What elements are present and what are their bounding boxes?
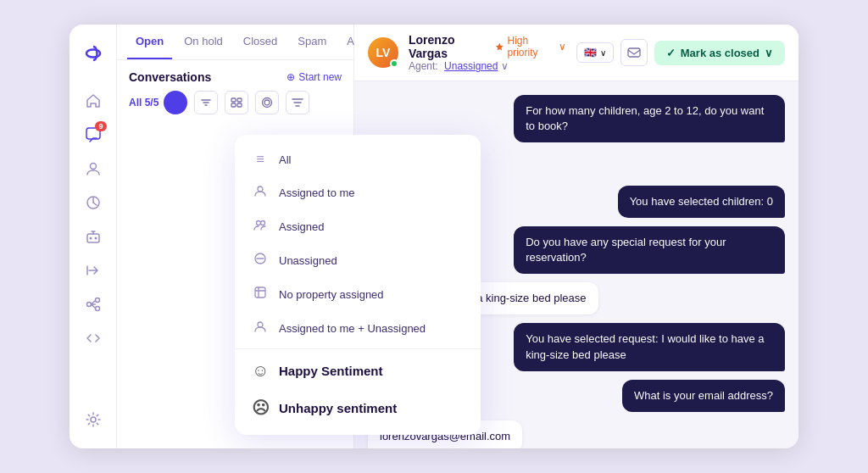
dropdown-item-happy-label: Happy Sentiment (279, 364, 383, 378)
bot-icon[interactable] (78, 221, 108, 252)
svg-point-21 (258, 322, 263, 327)
dropdown-item-assigned-unassigned[interactable]: Assigned to me + Unassigned (235, 311, 481, 345)
chat-header: LV Lorenzo Vargas High priority ∨ Agent: (354, 25, 798, 81)
svg-rect-22 (628, 48, 640, 57)
svg-point-16 (258, 186, 263, 192)
start-new-label: Start new (298, 71, 342, 83)
tab-on-hold[interactable]: On hold (175, 25, 231, 59)
flag-icon: 🇬🇧 (584, 47, 597, 58)
header-actions: 🇬🇧 ∨ ✓ Mark as closed ∨ (576, 39, 785, 66)
dropdown-item-assigned-me-label: Assigned to me (279, 186, 355, 199)
dropdown-item-assigned-unassigned-label: Assigned to me + Unassigned (279, 322, 426, 335)
priority-chevron-icon: ∨ (559, 41, 566, 53)
agent-chevron-icon: ∨ (501, 60, 509, 72)
agent-value[interactable]: Unassigned (444, 60, 498, 72)
mark-closed-label: Mark as closed (681, 47, 760, 59)
happy-icon: ☺ (252, 361, 269, 381)
svg-rect-3 (87, 234, 99, 242)
settings-icon[interactable] (78, 404, 108, 435)
svg-point-15 (263, 98, 272, 108)
dropdown-item-assigned[interactable]: Assigned (235, 209, 481, 243)
svg-point-7 (95, 298, 99, 303)
message-6: You have selected request: I would like … (514, 323, 785, 370)
dropdown-item-all-label: All (279, 153, 291, 166)
chat-icon[interactable]: 9 (78, 120, 108, 150)
contacts-icon[interactable] (78, 153, 108, 184)
dropdown-item-unhappy[interactable]: ☹ Unhappy sentiment (235, 389, 481, 426)
assigned-me-icon (252, 184, 269, 201)
tab-closed[interactable]: Closed (235, 25, 286, 59)
tab-open[interactable]: Open (127, 25, 172, 59)
dropdown-item-unhappy-label: Unhappy sentiment (279, 401, 397, 415)
home-icon[interactable] (78, 86, 108, 116)
filter-button[interactable] (286, 91, 309, 114)
dropdown-item-all[interactable]: ≡ All (235, 143, 481, 175)
checkmark-icon: ✓ (666, 47, 676, 59)
svg-point-5 (94, 237, 97, 240)
chat-header-info: Lorenzo Vargas High priority ∨ Agent: Un… (409, 33, 566, 72)
conversations-header: Conversations ⊕ Start new (117, 60, 353, 91)
chat-badge: 9 (95, 121, 106, 131)
dropdown-item-unassigned[interactable]: Unassigned (235, 243, 481, 277)
sidebar: 9 (70, 25, 117, 448)
broadcast-icon[interactable] (78, 255, 108, 286)
svg-rect-13 (237, 103, 242, 107)
message-7: What is your email address? (622, 380, 785, 412)
svg-point-9 (91, 417, 96, 422)
tabs-bar: Open On hold Closed Spam All (117, 25, 353, 60)
message-4: Do you have any special request for your… (514, 226, 785, 274)
all-count-badge[interactable]: All 5/5 (129, 91, 187, 114)
agent-label: Agent: (409, 60, 438, 72)
mark-closed-chevron-icon: ∨ (765, 47, 773, 59)
dropdown-item-no-property-label: No property assigned (279, 288, 384, 301)
svg-rect-11 (237, 98, 242, 102)
active-filter-indicator (164, 91, 187, 114)
unassigned-icon (252, 252, 269, 269)
dropdown-item-happy[interactable]: ☺ Happy Sentiment (235, 353, 481, 389)
svg-rect-20 (255, 287, 265, 298)
filter-dropdown: ≡ All Assigned to me Assigned (235, 135, 481, 435)
svg-point-18 (261, 221, 265, 225)
reports-icon[interactable] (78, 187, 108, 218)
dropdown-item-no-property[interactable]: No property assigned (235, 277, 481, 311)
svg-point-17 (257, 221, 261, 225)
assigned-unassigned-icon (252, 320, 269, 337)
sort-button[interactable] (194, 91, 218, 114)
assigned-icon (252, 218, 269, 235)
svg-rect-10 (231, 98, 236, 102)
message-1: For how many children, age 2 to 12, do y… (514, 95, 785, 142)
plus-icon: ⊕ (287, 71, 295, 83)
tab-spam[interactable]: Spam (289, 25, 335, 59)
lang-chevron-icon: ∨ (600, 48, 606, 58)
logo[interactable] (78, 38, 108, 69)
all-count-label: All 5/5 (129, 97, 159, 109)
svg-rect-12 (231, 103, 236, 107)
language-selector[interactable]: 🇬🇧 ∨ (576, 42, 614, 63)
unhappy-icon: ☹ (252, 398, 269, 418)
integrations-icon[interactable] (78, 289, 108, 320)
message-3: You have selected children: 0 (618, 186, 785, 218)
mark-as-closed-button[interactable]: ✓ Mark as closed ∨ (654, 41, 785, 65)
priority-badge[interactable]: High priority ∨ (495, 35, 566, 58)
svg-point-1 (90, 164, 96, 170)
avatar-wrap: LV (368, 37, 398, 68)
no-property-icon (252, 286, 269, 303)
app-container: 9 (70, 25, 798, 448)
svg-point-8 (95, 307, 99, 311)
dropdown-item-unassigned-label: Unassigned (279, 254, 337, 267)
dropdown-item-assigned-label: Assigned (279, 220, 324, 233)
view-toggle-button[interactable] (255, 91, 279, 114)
code-icon[interactable] (78, 323, 108, 353)
filter-bar: All 5/5 (117, 91, 353, 121)
group-button[interactable] (225, 91, 248, 114)
dropdown-item-assigned-me[interactable]: Assigned to me (235, 175, 481, 209)
svg-point-14 (264, 100, 270, 105)
svg-point-4 (89, 237, 92, 240)
contact-name: Lorenzo Vargas (409, 33, 488, 60)
start-new-button[interactable]: ⊕ Start new (287, 71, 342, 83)
online-indicator (390, 59, 398, 68)
priority-label: High priority (508, 35, 555, 58)
email-button[interactable] (620, 39, 648, 66)
all-icon: ≡ (252, 152, 269, 167)
conversations-title: Conversations (129, 70, 211, 84)
